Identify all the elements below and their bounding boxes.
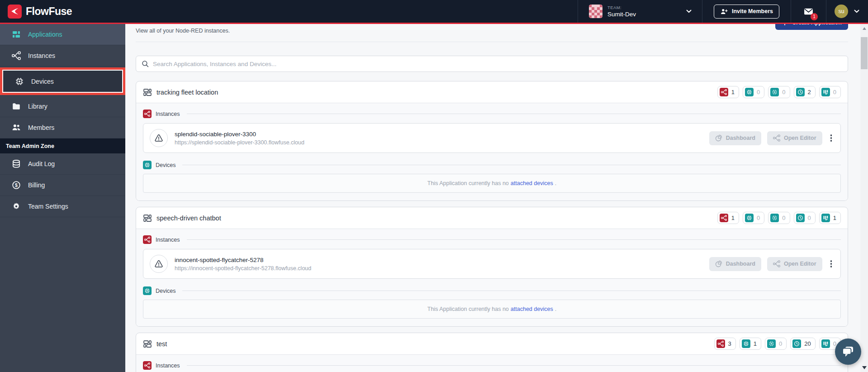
user-plus-icon: [720, 8, 728, 15]
chip-icon: [143, 286, 152, 295]
sidebar: Applications Instances Devices Library M…: [0, 24, 125, 372]
node-red-icon: [143, 361, 152, 370]
pipelines-icon: [821, 88, 830, 96]
chat-widget-button[interactable]: [835, 339, 861, 365]
instances-section-label: Instances: [143, 110, 841, 118]
team-label: TEAM:: [607, 5, 636, 10]
badge-count: 0: [808, 215, 811, 221]
scroll-up-arrow[interactable]: [863, 27, 866, 30]
instances-icon: [12, 51, 21, 60]
devices-count-badge: 0: [743, 212, 764, 224]
sidebar-item-members[interactable]: Members: [0, 117, 125, 138]
pipelines-count-badge: 1: [819, 212, 841, 224]
kebab-menu-icon[interactable]: [828, 132, 835, 144]
badge-count: 0: [782, 215, 785, 221]
snapshots-count-badge: 2: [794, 86, 816, 98]
badge-count: 2: [808, 89, 811, 95]
devices-section-label: Devices: [143, 286, 841, 295]
instance-status-avatar: [150, 255, 168, 273]
badge-count: 0: [757, 215, 760, 221]
vertical-scrollbar[interactable]: [860, 24, 868, 372]
application-card-body: Instances Devices This Application curre…: [136, 354, 848, 372]
application-name: tracking fleet location: [157, 89, 218, 96]
section-divider: [182, 165, 841, 165]
sidebar-item-devices[interactable]: Devices: [3, 71, 122, 92]
node-red-icon: [716, 339, 725, 348]
application-name: speech-driven chatbot: [157, 215, 221, 222]
dashboard-label: Dashboard: [726, 135, 755, 141]
sidebar-item-label: Devices: [31, 78, 54, 85]
flowfuse-logo[interactable]: FlowFuse: [0, 5, 72, 19]
sidebar-item-team-settings[interactable]: Team Settings: [0, 196, 125, 217]
attached-devices-link[interactable]: attached devices: [511, 180, 553, 186]
sidebar-item-audit-log[interactable]: Audit Log: [0, 153, 125, 175]
node-red-icon: [143, 235, 152, 244]
open-editor-button[interactable]: Open Editor: [767, 131, 822, 145]
team-selector[interactable]: TEAM: Sumit-Dev: [578, 0, 702, 23]
dollar-icon: [12, 181, 21, 190]
chat-bubbles-icon: [841, 344, 855, 359]
warning-icon: [154, 133, 164, 143]
node-red-icon: [720, 88, 728, 96]
sidebar-item-label: Billing: [28, 181, 45, 189]
attached-devices-link[interactable]: attached devices: [511, 306, 553, 312]
user-menu-chevron-down-icon[interactable]: [854, 8, 860, 14]
pipelines-icon: [821, 339, 830, 348]
team-admin-zone-header: Team Admin Zone: [0, 138, 125, 153]
sidebar-item-billing[interactable]: Billing: [0, 175, 125, 196]
application-card-header[interactable]: tracking fleet location 1 0 0 2: [136, 81, 848, 103]
flowfuse-logo-text: FlowFuse: [26, 5, 72, 18]
chip-icon: [143, 161, 152, 169]
instance-url: https://splendid-sociable-plover-3300.fl…: [175, 139, 304, 146]
badge-count: 0: [757, 89, 760, 95]
badge-count: 0: [833, 89, 836, 95]
sidebar-item-library[interactable]: Library: [0, 96, 125, 117]
search-input[interactable]: [153, 61, 842, 67]
instance-row[interactable]: innocent-spotted-flycatcher-5278 https:/…: [143, 249, 841, 279]
instances-list: splendid-sociable-plover-3300 https://sp…: [143, 123, 841, 153]
notifications-button[interactable]: 1: [803, 6, 814, 17]
open-editor-button[interactable]: Open Editor: [767, 257, 822, 271]
open-editor-label: Open Editor: [784, 135, 816, 141]
invite-members-button[interactable]: Invite Members: [714, 5, 779, 19]
folder-icon: [12, 102, 21, 111]
devices-section-label: Devices: [143, 161, 841, 169]
pipelines-count-badge: 0: [819, 86, 841, 98]
dashboard-button[interactable]: Dashboard: [709, 257, 761, 271]
applications-icon: [12, 30, 21, 39]
instances-list: innocent-spotted-flycatcher-5278 https:/…: [143, 249, 841, 279]
sidebar-item-label: Library: [28, 103, 47, 110]
clock-icon: [792, 339, 801, 348]
application-badges: 1 0 0 2 0: [717, 86, 841, 98]
devices-count-badge: 1: [740, 338, 761, 350]
application-card-header[interactable]: speech-driven chatbot 1 0 0 0: [136, 207, 848, 229]
instances-section-title: Instances: [156, 362, 180, 369]
chip-group-icon: [770, 214, 779, 222]
notification-count-badge: 1: [811, 13, 818, 20]
instance-row[interactable]: splendid-sociable-plover-3300 https://sp…: [143, 123, 841, 153]
sidebar-item-instances[interactable]: Instances: [0, 45, 125, 67]
badge-count: 1: [731, 215, 735, 221]
clock-icon: [796, 214, 805, 222]
team-chevron-down-icon[interactable]: [686, 8, 692, 14]
application-icon: [143, 88, 152, 97]
sidebar-item-applications[interactable]: Applications: [0, 24, 125, 45]
user-avatar[interactable]: su: [835, 5, 848, 18]
page-subtitle: View all of your Node-RED instances.: [136, 28, 230, 34]
devices-count-badge: 0: [743, 86, 764, 98]
chip-group-icon: [767, 339, 776, 348]
sidebar-item-label: Instances: [28, 52, 55, 59]
snapshots-count-badge: 20: [790, 338, 815, 350]
scrollbar-thumb[interactable]: [861, 37, 868, 69]
chip-icon: [742, 339, 750, 348]
application-card: test 3 1 0 20: [136, 333, 848, 372]
badge-count: 1: [754, 340, 757, 347]
kebab-menu-icon[interactable]: [828, 258, 835, 270]
application-card-header[interactable]: test 3 1 0 20: [136, 333, 848, 354]
snapshots-count-badge: 0: [794, 212, 816, 224]
open-editor-label: Open Editor: [784, 261, 816, 267]
badge-count: 3: [728, 340, 731, 347]
instances-section-title: Instances: [156, 237, 180, 243]
dashboard-button[interactable]: Dashboard: [709, 131, 761, 145]
scroll-down-arrow[interactable]: [862, 366, 867, 369]
